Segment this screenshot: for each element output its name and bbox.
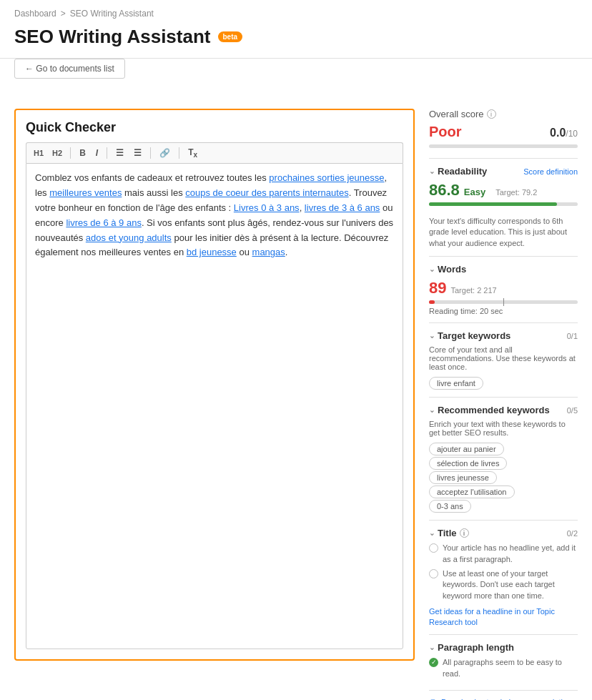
overall-score-info-icon[interactable]: i — [487, 109, 496, 119]
target-keywords-section: ⌄ Target keywords 0/1 Core of your text … — [429, 322, 578, 397]
link-livres-0-3[interactable]: Livres 0 à 3 ans — [234, 202, 300, 213]
score-definition-link[interactable]: Score definition — [523, 167, 578, 176]
target-keywords-chips: livre enfant — [429, 375, 578, 390]
target-keywords-title-text: Target keywords — [438, 330, 510, 341]
page-title: SEO Writing Assistant — [14, 26, 211, 48]
overall-score-value: 0.0/10 — [550, 127, 578, 139]
breadcrumb-current: SEO Writing Assistant — [70, 9, 154, 19]
words-target: Target: 2 217 — [450, 286, 496, 295]
keyword-chip-ajouter[interactable]: ajouter au panier — [429, 443, 504, 455]
words-progress — [429, 300, 578, 304]
words-marker — [503, 298, 504, 306]
keyword-chip-acceptez[interactable]: acceptez l'utilisation — [429, 485, 515, 498]
link-button[interactable]: 🔗 — [156, 147, 174, 159]
overall-score-progress — [429, 144, 578, 148]
editor-panel: Quick Checker H1 H2 B I ☰ ☰ 🔗 Tx Comblez… — [14, 109, 415, 661]
reading-time: Reading time: 20 sec — [429, 307, 578, 315]
readability-description: Your text's difficulty corresponds to 6t… — [429, 216, 578, 249]
target-keywords-desc: Core of your text and all recommendation… — [429, 345, 578, 371]
paragraph-chevron: ⌄ — [429, 644, 435, 651]
target-keywords-header[interactable]: ⌄ Target keywords 0/1 — [429, 330, 578, 341]
title-info-icon[interactable]: i — [460, 528, 469, 538]
readability-target: Target: 79.2 — [495, 188, 537, 197]
page-title-area: SEO Writing Assistant beta — [0, 23, 592, 59]
unordered-list-button[interactable]: ☰ — [130, 147, 145, 159]
title-section-title: ⌄ Title i — [429, 528, 469, 538]
title-chevron: ⌄ — [429, 529, 435, 537]
words-section: ⌄ Words 89 Target: 2 217 Reading time: 2… — [429, 256, 578, 322]
ordered-list-button[interactable]: ☰ — [112, 147, 127, 159]
link-livres-6-9[interactable]: livres de 6 à 9 ans — [66, 217, 142, 228]
recommended-keywords-header[interactable]: ⌄ Recommended keywords 0/5 — [429, 405, 578, 415]
recommended-keywords-badge: 0/5 — [567, 406, 578, 415]
check-empty-icon-2 — [429, 569, 438, 578]
toolbar-separator-3 — [150, 147, 151, 159]
check-green-icon-1: ✓ — [429, 658, 438, 667]
recommended-keywords-section: ⌄ Recommended keywords 0/5 Enrich your t… — [429, 397, 578, 520]
h1-button[interactable]: H1 — [31, 147, 46, 159]
breadcrumb-sep: > — [61, 9, 66, 19]
recommended-keywords-title-text: Recommended keywords — [438, 405, 550, 415]
breadcrumb: Dashboard > SEO Writing Assistant — [0, 0, 592, 23]
keyword-chip-livres-jeunesse[interactable]: livres jeunesse — [429, 471, 497, 484]
readability-label: Easy — [464, 187, 485, 197]
quick-checker-title: Quick Checker — [26, 120, 403, 135]
paragraph-length-title-text: Paragraph length — [438, 642, 514, 653]
h2-button[interactable]: H2 — [49, 147, 65, 159]
target-keywords-badge: 0/1 — [567, 332, 578, 340]
target-keywords-chevron: ⌄ — [429, 332, 435, 340]
paragraph-length-title: ⌄ Paragraph length — [429, 642, 514, 653]
words-progress-fill — [429, 300, 435, 304]
readability-progress — [429, 202, 578, 206]
words-header[interactable]: ⌄ Words — [429, 264, 578, 275]
link-ados[interactable]: ados et young adults — [86, 232, 172, 243]
editor-text-10: . — [285, 247, 288, 257]
check-empty-icon-1 — [429, 543, 438, 553]
overall-score-label: Overall score i — [429, 109, 496, 119]
link-mangas[interactable]: mangas — [252, 247, 285, 257]
readability-title: ⌄ Readability — [429, 166, 487, 177]
readability-title-text: Readability — [438, 166, 487, 177]
link-prochaines[interactable]: prochaines sorties jeunesse — [269, 172, 384, 183]
keyword-chip-0-3[interactable]: 0-3 ans — [429, 500, 471, 513]
title-title-text: Title — [438, 528, 457, 538]
words-chevron: ⌄ — [429, 265, 435, 273]
italic-button[interactable]: I — [92, 147, 102, 159]
toolbar-separator-4 — [179, 147, 179, 159]
title-section: ⌄ Title i 0/2 Your article has no headli… — [429, 520, 578, 634]
toolbar-separator-2 — [107, 147, 107, 159]
overall-score-status: Poor — [429, 124, 462, 140]
recommended-keywords-title: ⌄ Recommended keywords — [429, 405, 550, 415]
clear-format-button[interactable]: Tx — [184, 146, 201, 160]
link-livres-3-6[interactable]: livres de 3 à 6 ans — [305, 202, 380, 213]
link-bd[interactable]: bd jeunesse — [187, 247, 237, 257]
editor-text-1: Comblez vos enfants de cadeaux et retrou… — [35, 172, 269, 183]
title-badge: 0/2 — [567, 529, 578, 538]
editor-text-3: mais aussi les — [122, 187, 185, 198]
toolbar-separator-1 — [70, 147, 71, 159]
keyword-chip-selection[interactable]: sélection de livres — [429, 457, 507, 470]
readability-header[interactable]: ⌄ Readability Score definition — [429, 166, 578, 177]
editor-content[interactable]: Comblez vos enfants de cadeaux et retrou… — [26, 163, 403, 649]
link-coups[interactable]: coups de coeur des parents internautes — [185, 187, 348, 198]
readability-section: ⌄ Readability Score definition 86.8 Easy… — [429, 158, 578, 256]
topic-research-link[interactable]: Get ideas for a headline in our Topic Re… — [429, 607, 555, 626]
editor-toolbar: H1 H2 B I ☰ ☰ 🔗 Tx — [26, 142, 403, 163]
back-button[interactable]: ← Go to documents list — [14, 59, 125, 79]
words-score-value: 89 — [429, 279, 446, 297]
target-keywords-title: ⌄ Target keywords — [429, 330, 510, 341]
overall-score-section: Overall score i Poor 0.0/10 — [429, 109, 578, 148]
overall-score-label-text: Overall score — [429, 109, 484, 119]
link-meilleures[interactable]: meilleures ventes — [49, 187, 122, 198]
paragraph-checklist-item-1: ✓ All paragraphs seem to be easy to read… — [429, 657, 578, 679]
bold-button[interactable]: B — [76, 147, 89, 159]
breadcrumb-home[interactable]: Dashboard — [14, 9, 56, 19]
recommended-keywords-desc: Enrich your text with these keywords to … — [429, 420, 578, 437]
download-section: ↧ Download extended recommendations from… — [429, 690, 578, 700]
paragraph-length-header[interactable]: ⌄ Paragraph length — [429, 642, 578, 653]
keyword-chip-livre-enfant[interactable]: livre enfant — [429, 377, 483, 390]
title-header[interactable]: ⌄ Title i 0/2 — [429, 528, 578, 538]
paragraph-length-section: ⌄ Paragraph length ✓ All paragraphs seem… — [429, 634, 578, 690]
recommended-keywords-chevron: ⌄ — [429, 406, 435, 414]
title-checklist-item-1: Your article has no headline yet, add it… — [429, 543, 578, 565]
